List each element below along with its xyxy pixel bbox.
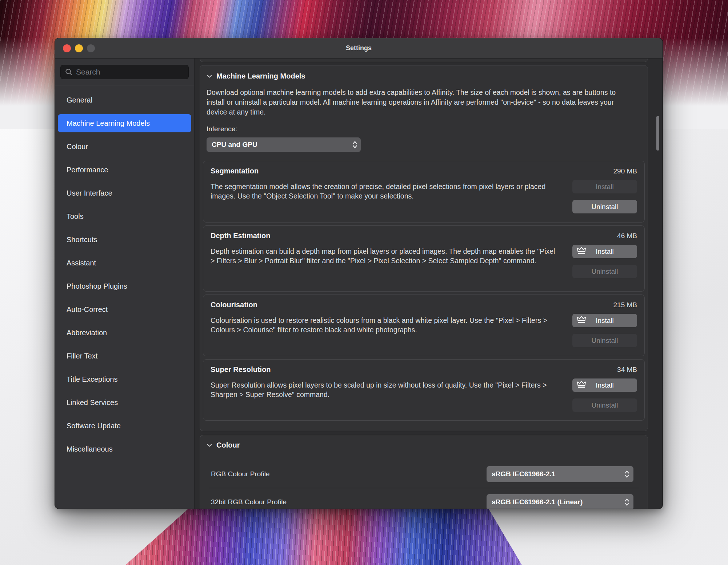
- install-label: Install: [596, 317, 614, 325]
- select-updown-icon: [624, 497, 630, 507]
- install-button[interactable]: Install: [572, 245, 637, 258]
- sidebar-item-colour[interactable]: Colour: [58, 137, 191, 156]
- machine-learning-models-panel: Machine Learning Models Download optiona…: [200, 65, 648, 431]
- sidebar-item-tools[interactable]: Tools: [58, 207, 191, 225]
- uninstall-button: Uninstall: [572, 398, 637, 412]
- install-label: Install: [596, 248, 614, 256]
- close-button[interactable]: [63, 44, 71, 52]
- sidebar-item-miscellaneous[interactable]: Miscellaneous: [58, 440, 191, 458]
- model-name: Segmentation: [211, 167, 259, 175]
- model-card-colourisation: Colourisation 215 MB Colourisation is us…: [203, 294, 645, 356]
- inference-value: CPU and GPU: [212, 141, 257, 149]
- model-name: Depth Estimation: [211, 232, 270, 240]
- model-cards: Segmentation 290 MB The segmentation mod…: [203, 161, 645, 421]
- model-size: 46 MB: [617, 232, 637, 240]
- crown-icon: [577, 316, 586, 325]
- model-description: The segmentation model allows the creati…: [211, 182, 560, 201]
- window-title: Settings: [346, 44, 372, 52]
- sidebar-item-user-interface[interactable]: User Interface: [58, 184, 191, 202]
- sidebar-item-performance[interactable]: Performance: [58, 161, 191, 179]
- sidebar-item-shortcuts[interactable]: Shortcuts: [58, 231, 191, 249]
- model-size: 290 MB: [613, 167, 637, 175]
- install-label: Install: [596, 381, 614, 389]
- zoom-button-disabled: [87, 44, 95, 52]
- model-name: Super Resolution: [211, 365, 271, 374]
- install-button: Install: [572, 180, 637, 193]
- uninstall-button: Uninstall: [572, 334, 637, 347]
- sidebar-item-abbreviation[interactable]: Abbreviation: [58, 324, 191, 342]
- select-updown-icon: [352, 140, 358, 149]
- rgb-colour-profile-label: RGB Colour Profile: [211, 470, 270, 478]
- model-description: Colourisation is used to restore realist…: [211, 316, 560, 334]
- uninstall-button: Uninstall: [572, 265, 637, 278]
- uninstall-button[interactable]: Uninstall: [572, 200, 637, 213]
- rgb32-colour-profile-value: sRGB IEC61966-2.1 (Linear): [492, 498, 583, 506]
- sidebar-item-linked-services[interactable]: Linked Services: [58, 393, 191, 412]
- minimize-button[interactable]: [75, 44, 83, 52]
- rgb32-colour-profile-select[interactable]: sRGB IEC61966-2.1 (Linear): [487, 494, 633, 509]
- chevron-down-icon: [207, 442, 212, 448]
- settings-content: Machine Learning Models Download optiona…: [195, 59, 663, 509]
- ml-section-title: Machine Learning Models: [216, 72, 305, 80]
- sidebar-item-software-update[interactable]: Software Update: [58, 417, 191, 435]
- select-updown-icon: [624, 469, 630, 479]
- model-description: Depth estimation can build a depth map f…: [211, 247, 560, 265]
- search-input[interactable]: [76, 68, 184, 76]
- wallpaper-bottom-strands: [125, 505, 522, 565]
- install-button[interactable]: Install: [572, 314, 637, 327]
- settings-window: Settings General Machine Learning Models…: [55, 38, 663, 509]
- sidebar-item-auto-correct[interactable]: Auto-Correct: [58, 300, 191, 318]
- colour-panel: Colour RGB Colour Profile sRGB IEC61966-…: [200, 435, 648, 509]
- sidebar-item-general[interactable]: General: [58, 91, 191, 109]
- sidebar-item-title-exceptions[interactable]: Title Exceptions: [58, 370, 191, 388]
- colour-section-title: Colour: [216, 441, 240, 449]
- search-field[interactable]: [60, 65, 189, 79]
- search-icon: [65, 68, 73, 76]
- sidebar-item-machine-learning-models[interactable]: Machine Learning Models: [58, 114, 191, 132]
- sidebar-item-filler-text[interactable]: Filler Text: [58, 347, 191, 365]
- sidebar: General Machine Learning Models Colour P…: [55, 59, 195, 509]
- inference-label: Inference:: [207, 125, 648, 133]
- model-card-depth-estimation: Depth Estimation 46 MB Depth estimation …: [203, 225, 645, 292]
- install-button[interactable]: Install: [572, 378, 637, 392]
- model-size: 215 MB: [613, 301, 637, 309]
- crown-icon: [577, 247, 586, 256]
- crown-icon: [577, 380, 586, 390]
- inference-select[interactable]: CPU and GPU: [207, 137, 361, 152]
- traffic-lights: [63, 44, 95, 52]
- row-divider: [209, 488, 639, 488]
- scrollbar-thumb[interactable]: [656, 116, 659, 151]
- model-card-segmentation: Segmentation 290 MB The segmentation mod…: [203, 161, 645, 223]
- ml-section-description: Download optional machine learning model…: [207, 88, 630, 117]
- rgb-colour-profile-select[interactable]: sRGB IEC61966-2.1: [487, 466, 633, 482]
- model-name: Colourisation: [211, 301, 257, 309]
- ml-section-header[interactable]: Machine Learning Models: [200, 65, 648, 80]
- previous-section-panel-edge: [200, 59, 648, 62]
- model-size: 34 MB: [617, 366, 637, 374]
- rgb32-colour-profile-label: 32bit RGB Colour Profile: [211, 498, 287, 506]
- model-description: Super Resolution allows pixel layers to …: [211, 380, 560, 399]
- titlebar[interactable]: Settings: [55, 38, 663, 59]
- sidebar-item-assistant[interactable]: Assistant: [58, 254, 191, 272]
- sidebar-list: General Machine Learning Models Colour P…: [55, 85, 194, 458]
- chevron-down-icon: [207, 73, 212, 79]
- rgb-colour-profile-value: sRGB IEC61966-2.1: [492, 470, 555, 478]
- model-card-super-resolution: Super Resolution 34 MB Super Resolution …: [203, 359, 645, 421]
- sidebar-item-photoshop-plugins[interactable]: Photoshop Plugins: [58, 277, 191, 295]
- colour-section-header[interactable]: Colour: [200, 435, 648, 449]
